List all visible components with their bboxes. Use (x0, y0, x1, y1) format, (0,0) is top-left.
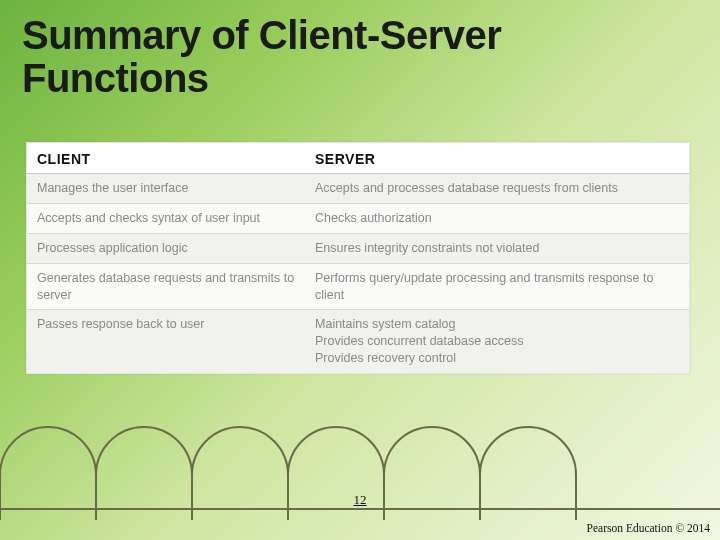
title-line-2: Functions (22, 56, 209, 100)
title-line-1: Summary of Client-Server (22, 13, 501, 57)
table-row: Manages the user interface Accepts and p… (27, 174, 689, 204)
cell-server: Maintains system catalogProvides concurr… (305, 310, 689, 373)
cell-server: Checks authorization (305, 203, 689, 233)
cell-server: Ensures integrity constraints not violat… (305, 233, 689, 263)
table-header-row: CLIENT SERVER (27, 143, 689, 174)
table-row: Accepts and checks syntax of user input … (27, 203, 689, 233)
table: CLIENT SERVER Manages the user interface… (27, 143, 689, 373)
cell-server: Performs query/update processing and tra… (305, 263, 689, 310)
cell-client: Passes response back to user (27, 310, 305, 373)
table-row: Passes response back to user Maintains s… (27, 310, 689, 373)
cell-client: Processes application logic (27, 233, 305, 263)
table-row: Generates database requests and transmit… (27, 263, 689, 310)
cell-client: Manages the user interface (27, 174, 305, 204)
functions-table: CLIENT SERVER Manages the user interface… (26, 142, 690, 374)
header-client: CLIENT (27, 143, 305, 174)
table-row: Processes application logic Ensures inte… (27, 233, 689, 263)
header-server: SERVER (305, 143, 689, 174)
copyright: Pearson Education © 2014 (587, 522, 710, 534)
page-number: 12 (0, 492, 720, 508)
cell-server: Accepts and processes database requests … (305, 174, 689, 204)
cell-client: Generates database requests and transmit… (27, 263, 305, 310)
cell-client: Accepts and checks syntax of user input (27, 203, 305, 233)
page-title: Summary of Client-Server Functions (0, 0, 720, 100)
slide: Summary of Client-Server Functions CLIEN… (0, 0, 720, 540)
